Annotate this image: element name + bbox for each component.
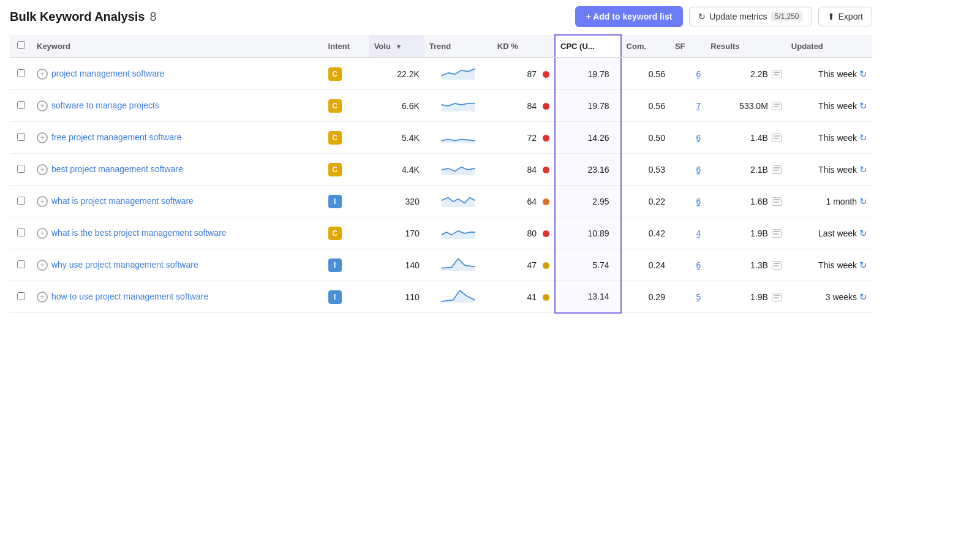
keyword-inner: + free project management software [37, 132, 318, 143]
add-keyword-icon[interactable]: + [37, 292, 48, 303]
keyword-inner: + what is project management software [37, 196, 318, 207]
row-checkbox[interactable] [17, 292, 25, 300]
keyword-cell: + how to use project management software [32, 281, 323, 313]
add-keyword-icon[interactable]: + [37, 164, 48, 175]
export-button[interactable]: ⬆ Export [818, 7, 872, 26]
table-row: + what is project management software I3… [10, 186, 872, 217]
results-cell: 1.6B [706, 186, 786, 217]
keyword-table: Keyword Intent Volu ▼ Trend KD % CPC (U.… [10, 34, 872, 314]
updated-cell: This week ↻ [786, 154, 872, 186]
cpc-cell: 10.89 [555, 217, 621, 249]
add-keyword-icon[interactable]: + [37, 69, 48, 80]
trend-sparkline [440, 255, 477, 273]
keyword-link[interactable]: why use project management software [51, 260, 198, 270]
cpc-cell: 5.74 [555, 249, 621, 281]
add-keyword-icon[interactable]: + [37, 260, 48, 271]
col-keyword: Keyword [32, 35, 323, 58]
keyword-link[interactable]: software to manage projects [51, 100, 159, 110]
intent-badge: C [328, 67, 342, 81]
updated-cell: This week ↻ [786, 122, 872, 154]
row-checkbox[interactable] [17, 165, 25, 173]
keyword-link[interactable]: what is the best project management soft… [51, 228, 227, 238]
serp-icon[interactable] [772, 261, 782, 270]
table-row: + free project management software C5.4K… [10, 122, 872, 154]
keyword-link[interactable]: best project management software [51, 164, 183, 174]
results-inner: 2.1B [750, 165, 782, 175]
select-all-checkbox[interactable] [17, 41, 25, 49]
row-checkbox[interactable] [17, 101, 25, 109]
add-keyword-icon[interactable]: + [37, 132, 48, 143]
intent-cell: I [323, 249, 369, 281]
serp-icon[interactable] [772, 165, 782, 174]
keyword-inner: + best project management software [37, 164, 318, 175]
add-keyword-icon[interactable]: + [37, 196, 48, 207]
sf-link[interactable]: 6 [696, 69, 701, 79]
add-keyword-icon[interactable]: + [37, 100, 48, 111]
refresh-icon[interactable]: ↻ [859, 260, 867, 270]
competition-cell: 0.50 [621, 122, 670, 154]
sf-link[interactable]: 7 [696, 101, 701, 111]
refresh-icon[interactable]: ↻ [859, 69, 867, 79]
row-checkbox[interactable] [17, 69, 25, 77]
keyword-link[interactable]: what is project management software [51, 196, 194, 206]
competition-cell: 0.56 [621, 58, 670, 90]
keyword-link[interactable]: free project management software [51, 132, 181, 142]
add-keyword-icon[interactable]: + [37, 228, 48, 239]
sf-cell: 5 [670, 281, 706, 313]
serp-icon[interactable] [772, 134, 782, 142]
serp-icon[interactable] [772, 102, 782, 110]
sf-link[interactable]: 6 [696, 165, 701, 175]
serp-icon[interactable] [772, 293, 782, 301]
refresh-icon[interactable]: ↻ [859, 196, 867, 206]
item-count: 8 [149, 10, 156, 24]
sf-link[interactable]: 5 [696, 292, 701, 302]
keyword-inner: + project management software [37, 69, 318, 80]
intent-badge: C [328, 227, 342, 240]
serp-icon[interactable] [772, 197, 782, 206]
trend-cell [424, 186, 492, 217]
updated-cell: Last week ↻ [786, 217, 872, 249]
updated-cell: 1 month ↻ [786, 186, 872, 217]
col-volume[interactable]: Volu ▼ [369, 35, 424, 58]
keyword-inner: + how to use project management software [37, 292, 318, 303]
row-checkbox[interactable] [17, 133, 25, 141]
trend-sparkline [440, 287, 477, 304]
add-to-keyword-list-button[interactable]: + Add to keyword list [575, 6, 684, 27]
refresh-icon[interactable]: ↻ [859, 228, 867, 238]
refresh-icon[interactable]: ↻ [859, 100, 867, 111]
keyword-link[interactable]: how to use project management software [51, 292, 208, 301]
header-right: + Add to keyword list ↻ Update metrics 5… [575, 6, 872, 27]
sf-link[interactable]: 6 [696, 197, 701, 206]
keyword-inner: + what is the best project management so… [37, 228, 318, 239]
row-checkbox[interactable] [17, 260, 25, 268]
row-checkbox[interactable] [17, 228, 25, 236]
row-checkbox-cell [10, 122, 32, 154]
row-checkbox-cell [10, 281, 32, 313]
cpc-value: 2.95 [592, 197, 609, 206]
refresh-icon[interactable]: ↻ [859, 132, 867, 143]
serp-icon[interactable] [772, 229, 782, 238]
serp-icon[interactable] [772, 70, 782, 78]
results-cell: 1.9B [706, 217, 786, 249]
sf-cell: 6 [670, 249, 706, 281]
results-inner: 1.4B [750, 133, 782, 143]
col-results: Results [706, 35, 786, 58]
cpc-value: 19.78 [588, 101, 609, 111]
refresh-icon[interactable]: ↻ [859, 164, 867, 175]
trend-cell [424, 281, 492, 313]
sf-link[interactable]: 4 [696, 228, 701, 238]
trend-sparkline [440, 160, 477, 177]
results-inner: 1.3B [750, 260, 782, 270]
kd-indicator [543, 71, 549, 78]
volume-cell: 6.6K [369, 90, 424, 122]
refresh-icon[interactable]: ↻ [859, 292, 867, 302]
row-checkbox[interactable] [17, 197, 25, 205]
sf-link[interactable]: 6 [696, 133, 701, 143]
select-all-header[interactable] [10, 35, 32, 58]
keyword-cell: + free project management software [32, 122, 323, 154]
update-metrics-button[interactable]: ↻ Update metrics 5/1,250 [689, 7, 812, 26]
keyword-link[interactable]: project management software [51, 69, 164, 78]
sf-link[interactable]: 6 [696, 260, 701, 270]
results-cell: 533.0M [706, 90, 786, 122]
sf-cell: 7 [670, 90, 706, 122]
